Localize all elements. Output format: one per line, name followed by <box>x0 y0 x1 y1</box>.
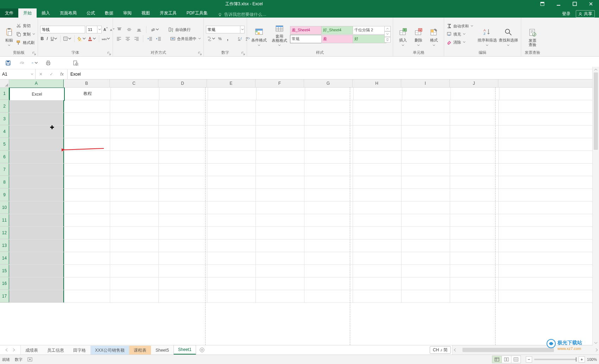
sheet-tab[interactable]: 成绩表 <box>21 346 43 355</box>
row-header[interactable]: 7 <box>0 164 9 176</box>
cell[interactable] <box>304 227 353 239</box>
cell[interactable] <box>450 265 499 277</box>
cell[interactable] <box>159 176 207 189</box>
column-header[interactable]: B <box>64 79 110 87</box>
cell[interactable] <box>207 138 256 151</box>
cell[interactable] <box>111 88 159 100</box>
cell[interactable] <box>450 252 499 264</box>
cell[interactable] <box>450 151 499 163</box>
cell[interactable] <box>304 189 353 201</box>
column-header[interactable]: J <box>450 79 498 87</box>
normal-view-icon[interactable] <box>492 356 502 363</box>
cell[interactable] <box>159 202 207 214</box>
row-header[interactable]: 3 <box>0 113 9 125</box>
cell[interactable] <box>353 189 402 201</box>
tab-view[interactable]: 视图 <box>137 8 155 18</box>
new-sheet-button[interactable] <box>196 345 208 355</box>
cell[interactable] <box>159 138 207 151</box>
column-header[interactable]: F <box>256 79 304 87</box>
cell[interactable]: 教程 <box>65 88 111 100</box>
column-header[interactable]: G <box>304 79 353 87</box>
dialog-launcher-icon[interactable] <box>198 52 202 56</box>
cell[interactable] <box>159 88 208 100</box>
column-header[interactable]: C <box>110 79 158 87</box>
sheet-tab[interactable]: XXX公司销售额 <box>90 346 129 355</box>
cell[interactable] <box>64 214 110 226</box>
cell[interactable] <box>9 189 64 201</box>
align-top-icon[interactable] <box>115 26 124 33</box>
cell[interactable] <box>304 176 353 189</box>
style-swatch[interactable]: 千位分隔 2 <box>353 26 386 34</box>
italic-button[interactable]: I <box>45 35 49 43</box>
cell[interactable] <box>402 176 450 189</box>
formula-input[interactable] <box>68 69 591 79</box>
insert-function-icon[interactable]: fx <box>57 72 67 77</box>
orientation-icon[interactable]: ab <box>149 26 160 33</box>
cell[interactable] <box>64 189 110 201</box>
copy-button[interactable]: 复制 <box>16 30 36 38</box>
clear-button[interactable]: 清除 <box>446 38 474 46</box>
comma-icon[interactable]: , <box>225 35 231 43</box>
save-icon[interactable] <box>5 60 11 66</box>
row-header[interactable]: 9 <box>0 189 9 201</box>
row-header[interactable]: 14 <box>0 252 9 264</box>
cell[interactable] <box>64 113 110 125</box>
cell[interactable] <box>353 113 402 125</box>
decrease-indent-icon[interactable] <box>146 35 153 43</box>
cell[interactable] <box>9 240 64 252</box>
percent-icon[interactable]: % <box>217 35 223 43</box>
cell[interactable] <box>9 164 64 176</box>
scrollbar-thumb[interactable] <box>594 72 598 150</box>
font-name-combo[interactable] <box>40 26 85 33</box>
cell[interactable] <box>353 240 402 252</box>
cell[interactable] <box>64 176 110 189</box>
cell[interactable] <box>207 100 256 113</box>
prev-sheet-icon[interactable] <box>5 348 8 352</box>
cell[interactable] <box>402 164 450 176</box>
cell[interactable] <box>159 214 207 226</box>
style-swatch[interactable]: 差_Sheet4 <box>290 26 324 34</box>
cell[interactable] <box>9 113 64 125</box>
cell[interactable] <box>207 164 256 176</box>
bold-button[interactable]: B <box>40 35 44 43</box>
scroll-down-icon[interactable] <box>593 340 599 346</box>
cell[interactable] <box>9 277 64 290</box>
style-swatch[interactable]: 好 <box>353 35 386 43</box>
cell[interactable] <box>353 151 402 163</box>
cell[interactable] <box>110 113 159 125</box>
cell[interactable] <box>402 214 450 226</box>
cell[interactable] <box>304 100 353 113</box>
merge-center-button[interactable]: 合并后居中 <box>170 35 201 43</box>
cell[interactable] <box>304 252 353 264</box>
border-button[interactable] <box>63 35 72 43</box>
cell[interactable] <box>402 252 450 264</box>
cell[interactable] <box>256 240 304 252</box>
cell[interactable] <box>256 164 304 176</box>
align-middle-icon[interactable] <box>125 26 133 33</box>
page-layout-view-icon[interactable] <box>502 356 511 363</box>
align-right-icon[interactable] <box>133 35 140 43</box>
cell[interactable] <box>64 252 110 264</box>
column-header[interactable]: A <box>9 79 64 87</box>
cell[interactable] <box>110 126 159 138</box>
dialog-launcher-icon[interactable] <box>241 52 246 56</box>
sheet-tab[interactable]: Sheet1 <box>174 345 196 355</box>
cell[interactable] <box>159 100 207 113</box>
underline-button[interactable]: U <box>50 35 58 43</box>
cell[interactable] <box>256 138 304 151</box>
cell[interactable] <box>207 189 256 201</box>
cell[interactable] <box>64 138 110 151</box>
font-color-button[interactable]: A <box>87 35 96 43</box>
fill-color-button[interactable] <box>77 35 86 43</box>
phonetic-button[interactable]: wén <box>101 35 111 43</box>
cell[interactable] <box>353 277 402 290</box>
cell[interactable] <box>9 126 64 138</box>
cell[interactable] <box>64 265 110 277</box>
page-break-view-icon[interactable] <box>511 356 521 363</box>
accounting-format-icon[interactable] <box>206 35 216 43</box>
cell[interactable] <box>256 277 304 290</box>
sheet-tab[interactable]: 员工信息 <box>43 346 69 355</box>
tab-pdf-tools[interactable]: PDF工具集 <box>182 8 213 18</box>
scroll-up-icon[interactable] <box>593 67 599 72</box>
cell[interactable] <box>9 176 64 189</box>
